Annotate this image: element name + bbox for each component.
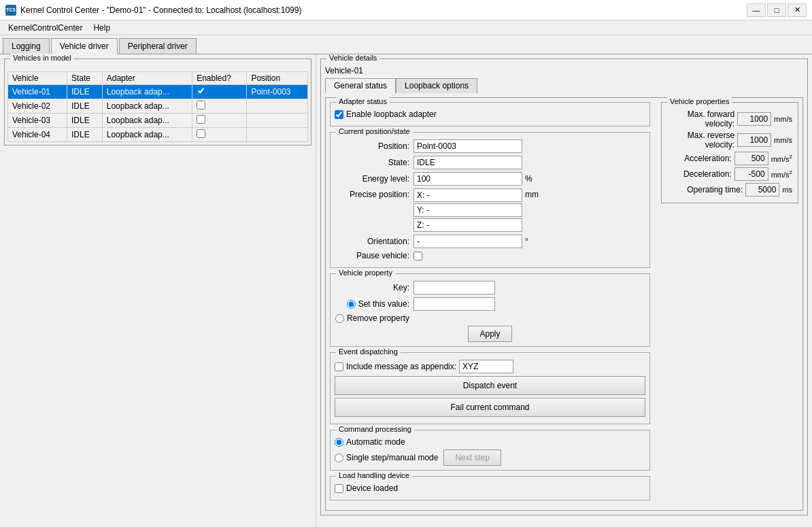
set-value-row: Set this value: bbox=[335, 297, 645, 311]
automatic-mode-row: Automatic mode bbox=[335, 437, 645, 447]
remove-property-label-wrap: Remove property bbox=[335, 313, 409, 323]
app-icon: TCS bbox=[5, 5, 16, 16]
precise-z-input[interactable] bbox=[413, 218, 522, 232]
enable-loopback-checkbox[interactable] bbox=[335, 110, 343, 119]
vehicle-enabled bbox=[192, 114, 247, 128]
vehicle-position bbox=[247, 114, 308, 128]
tab-vehicle-driver[interactable]: Vehicle driver bbox=[51, 38, 118, 54]
vehicle-property-group: Vehicle property Key: Set this value: bbox=[330, 273, 650, 347]
enabled-checkbox-3[interactable] bbox=[197, 115, 205, 124]
precise-x-input[interactable] bbox=[413, 188, 522, 202]
single-step-row: Single step/manual mode Next step bbox=[335, 449, 645, 466]
adapter-status-group: Adapter status Enable loopback adapter bbox=[330, 102, 650, 126]
key-row: Key: bbox=[335, 281, 645, 294]
sub-tab-general-status[interactable]: General status bbox=[325, 78, 396, 93]
tab-peripheral-driver[interactable]: Peripheral driver bbox=[119, 38, 197, 54]
col-adapter: Adapter bbox=[102, 72, 192, 85]
max-reverse-row: Max. reverse velocity: mm/s bbox=[667, 131, 792, 150]
close-button[interactable]: ✕ bbox=[788, 3, 807, 17]
pause-vehicle-checkbox[interactable] bbox=[413, 252, 422, 260]
state-input[interactable] bbox=[413, 156, 522, 169]
energy-label: Energy level: bbox=[335, 174, 409, 184]
pause-vehicle-row: Pause vehicle: bbox=[335, 251, 645, 260]
orientation-row: Orientation: ° bbox=[335, 235, 645, 248]
vehicle-details-title: Vehicle details bbox=[326, 54, 379, 62]
gen-status-left: Adapter status Enable loopback adapter C… bbox=[330, 102, 650, 506]
position-label: Position: bbox=[335, 141, 409, 151]
col-position: Position bbox=[247, 72, 308, 85]
max-forward-row: Max. forward velocity: mm/s bbox=[667, 109, 792, 129]
left-panel: Vehicles in model Vehicle State Adapter … bbox=[0, 54, 316, 527]
operating-time-input[interactable] bbox=[745, 183, 779, 197]
enabled-checkbox-1[interactable] bbox=[197, 86, 205, 95]
load-handling-title: Load handling device bbox=[336, 471, 412, 479]
device-loaded-checkbox[interactable] bbox=[335, 484, 343, 493]
sub-tab-loopback-options[interactable]: Loopback options bbox=[396, 78, 477, 93]
main-tab-bar: Logging Vehicle driver Peripheral driver bbox=[0, 35, 812, 54]
acceleration-unit: mm/s2 bbox=[771, 154, 792, 163]
max-forward-input[interactable] bbox=[737, 112, 771, 126]
table-row[interactable]: Vehicle-03 IDLE Loopback adap... bbox=[8, 114, 308, 128]
message-input[interactable] bbox=[459, 360, 513, 373]
dispatch-event-button[interactable]: Dispatch event bbox=[335, 376, 645, 395]
col-vehicle: Vehicle bbox=[8, 72, 67, 85]
orientation-input[interactable] bbox=[413, 235, 522, 248]
vehicle-name: Vehicle-03 bbox=[8, 114, 67, 128]
single-step-radio[interactable] bbox=[335, 454, 343, 462]
vehicle-state: IDLE bbox=[67, 99, 103, 114]
right-panel: Vehicle details Vehicle-01 General statu… bbox=[316, 54, 812, 527]
precise-position-row: Precise position: mm bbox=[335, 188, 645, 232]
remove-property-radio[interactable] bbox=[335, 314, 344, 323]
device-loaded-label: Device loaded bbox=[346, 483, 398, 493]
enabled-checkbox-2[interactable] bbox=[197, 101, 205, 109]
enable-loopback-label: Enable loopback adapter bbox=[346, 109, 437, 119]
menu-bar: KernelControlCenter Help bbox=[0, 20, 812, 35]
next-step-button[interactable]: Next step bbox=[443, 449, 501, 466]
table-row[interactable]: Vehicle-04 IDLE Loopback adap... bbox=[8, 128, 308, 142]
col-state: State bbox=[67, 72, 103, 85]
operating-time-label: Operating time: bbox=[667, 185, 743, 194]
table-row[interactable]: Vehicle-02 IDLE Loopback adap... bbox=[8, 99, 308, 114]
title-bar: TCS Kernel Control Center - "Demo-01" - … bbox=[0, 0, 812, 20]
set-value-label: Set this value: bbox=[335, 299, 409, 309]
automatic-mode-radio[interactable] bbox=[335, 438, 343, 447]
maximize-button[interactable]: □ bbox=[767, 3, 786, 17]
deceleration-unit: mm/s2 bbox=[771, 169, 792, 179]
vehicle-enabled bbox=[192, 128, 247, 142]
window-controls: — □ ✕ bbox=[747, 3, 807, 17]
include-message-row: Include message as appendix: bbox=[335, 360, 645, 373]
precise-y-input[interactable] bbox=[413, 203, 522, 217]
key-input[interactable] bbox=[413, 281, 495, 294]
set-value-radio[interactable] bbox=[347, 300, 356, 309]
enabled-checkbox-4[interactable] bbox=[197, 129, 205, 138]
menu-item-help[interactable]: Help bbox=[88, 22, 116, 34]
vehicle-name: Vehicle-04 bbox=[8, 128, 67, 142]
include-message-checkbox[interactable] bbox=[335, 362, 343, 371]
deceleration-input[interactable] bbox=[734, 167, 768, 181]
title-bar-left: TCS Kernel Control Center - "Demo-01" - … bbox=[5, 5, 301, 16]
precise-unit: mm bbox=[525, 188, 539, 199]
orientation-label: Orientation: bbox=[335, 237, 409, 246]
vehicle-position bbox=[247, 99, 308, 114]
gen-status-layout: Adapter status Enable loopback adapter C… bbox=[330, 102, 798, 506]
vehicle-position bbox=[247, 128, 308, 142]
apply-button[interactable]: Apply bbox=[468, 326, 511, 342]
menu-item-kernel[interactable]: KernelControlCenter bbox=[3, 22, 88, 34]
deceleration-row: Deceleration: mm/s2 bbox=[667, 167, 792, 181]
max-reverse-input[interactable] bbox=[737, 133, 771, 147]
minimize-button[interactable]: — bbox=[747, 3, 766, 17]
fail-current-command-button[interactable]: Fail current command bbox=[335, 398, 645, 417]
vehicle-name: Vehicle-02 bbox=[8, 99, 67, 114]
vehicle-property-title: Vehicle property bbox=[336, 269, 395, 277]
operating-time-unit: ms bbox=[782, 186, 792, 194]
table-row[interactable]: Vehicle-01 IDLE Loopback adap... Point-0… bbox=[8, 85, 308, 99]
acceleration-input[interactable] bbox=[734, 152, 768, 165]
set-value-input[interactable] bbox=[413, 297, 495, 311]
max-forward-label: Max. forward velocity: bbox=[667, 109, 734, 129]
sub-tab-bar: General status Loopback options bbox=[325, 78, 803, 93]
pause-vehicle-label: Pause vehicle: bbox=[335, 251, 409, 260]
command-processing-title: Command processing bbox=[336, 425, 414, 433]
tab-logging[interactable]: Logging bbox=[3, 38, 50, 54]
position-input[interactable] bbox=[413, 139, 522, 153]
energy-input[interactable] bbox=[413, 172, 522, 186]
